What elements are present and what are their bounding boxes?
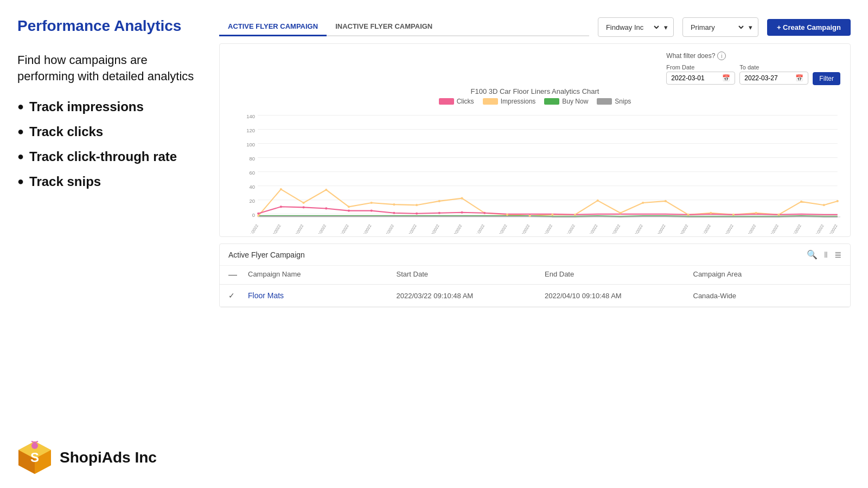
svg-point-33	[438, 200, 441, 202]
svg-text:03/07/2022: 03/07/2022	[381, 223, 395, 234]
svg-text:03/15/2022: 03/15/2022	[562, 223, 576, 234]
logo-icon: S	[17, 440, 52, 475]
svg-point-50	[823, 204, 825, 206]
legend-label-buynow: Buy Now	[562, 98, 588, 105]
type-select-wrapper[interactable]: Primary Secondary ▾	[682, 17, 758, 37]
col-header-end-date[interactable]: End Date	[545, 270, 693, 280]
svg-point-42	[642, 202, 644, 204]
svg-text:140: 140	[246, 114, 255, 119]
calendar-icon-from[interactable]: 📅	[722, 74, 730, 82]
legend-snips: Snips	[597, 98, 631, 105]
intro-text: Find how campaigns are performing with d…	[17, 52, 202, 84]
feature-list: Track impressions Track clicks Track cli…	[17, 99, 202, 189]
chart-title: F100 3D Car Floor Liners Analytics Chart	[229, 87, 840, 95]
svg-point-29	[348, 206, 350, 208]
col-header-campaign-area[interactable]: Campaign Area	[693, 270, 842, 280]
from-date-label: From Date	[666, 64, 735, 70]
svg-text:100: 100	[246, 142, 255, 147]
svg-point-32	[416, 204, 418, 206]
svg-point-45	[710, 212, 712, 214]
from-date-input[interactable]: 📅	[666, 72, 735, 85]
svg-point-44	[687, 214, 689, 216]
create-campaign-button[interactable]: + Create Campaign	[767, 19, 851, 36]
svg-text:03/24/2022: 03/24/2022	[765, 223, 780, 234]
svg-point-43	[665, 200, 667, 202]
columns-icon[interactable]: ⦀	[824, 250, 828, 260]
impressions-line	[258, 189, 838, 216]
svg-point-37	[529, 215, 531, 217]
table-column-headers: — Campaign Name Start Date End Date Camp…	[220, 266, 850, 285]
type-select[interactable]: Primary Secondary	[688, 23, 745, 32]
svg-point-54	[302, 206, 304, 208]
company-select[interactable]: Findway Inc	[604, 23, 661, 32]
svg-text:03/09/2022: 03/09/2022	[426, 223, 441, 234]
row-campaign-name[interactable]: Floor Mats	[248, 291, 397, 300]
page-title: Performance Analytics	[17, 17, 202, 35]
svg-point-59	[416, 213, 418, 215]
svg-point-26	[280, 188, 282, 190]
legend-impressions: Impressions	[483, 98, 536, 105]
svg-text:03/02/2022: 03/02/2022	[268, 223, 282, 234]
svg-text:03/19/2022: 03/19/2022	[653, 223, 667, 234]
chart-container: What filter does? i From Date 📅 To	[219, 43, 851, 237]
svg-text:40: 40	[249, 184, 254, 190]
row-campaign-area: Canada-Wide	[693, 292, 842, 300]
svg-point-48	[777, 214, 780, 216]
table-row: ✓ Floor Mats 2022/03/22 09:10:48 AM 2022…	[220, 285, 850, 307]
svg-point-51	[837, 200, 839, 202]
analytics-chart: 0 20 40 60 80 100 120 140 160	[229, 110, 840, 234]
svg-point-55	[325, 207, 327, 209]
search-icon[interactable]: 🔍	[807, 249, 818, 260]
svg-text:03/10/2022: 03/10/2022	[449, 223, 463, 234]
row-start-date: 2022/03/22 09:10:48 AM	[397, 292, 545, 300]
col-header-campaign-name[interactable]: Campaign Name	[248, 270, 397, 280]
legend-buynow: Buy Now	[544, 98, 588, 105]
to-date-label: To date	[739, 64, 808, 70]
svg-text:03/05/2022: 03/05/2022	[336, 223, 350, 234]
date-filter-row: From Date 📅 To date 📅	[666, 63, 840, 85]
svg-text:0: 0	[252, 213, 255, 218]
to-date-field[interactable]	[744, 74, 793, 82]
tab-inactive-flyer[interactable]: INACTIVE FLYER CAMPAIGN	[327, 18, 441, 36]
svg-text:20: 20	[249, 198, 254, 204]
col-header-start-date[interactable]: Start Date	[397, 270, 545, 280]
feature-item-snips: Track snips	[17, 174, 202, 189]
table-header-bar: Active Flyer Campaign 🔍 ⦀ ≣	[220, 244, 850, 266]
svg-point-25	[257, 215, 259, 217]
logo-area: S ShopiAds Inc	[17, 440, 202, 475]
legend-label-impressions: Impressions	[501, 98, 536, 105]
filter-button[interactable]: Filter	[813, 72, 840, 85]
from-date-field[interactable]	[671, 74, 720, 82]
svg-point-53	[280, 206, 282, 208]
svg-text:80: 80	[249, 156, 254, 162]
feature-item-clicks: Track clicks	[17, 124, 202, 139]
svg-text:03/01/2022: 03/01/2022	[245, 223, 259, 234]
svg-point-5	[31, 442, 38, 449]
svg-text:03/04/2022: 03/04/2022	[313, 223, 327, 234]
legend-color-clicks	[439, 98, 454, 105]
calendar-icon-to[interactable]: 📅	[795, 74, 803, 82]
filter-icon[interactable]: ≣	[834, 249, 841, 260]
svg-text:03/14/2022: 03/14/2022	[539, 223, 553, 234]
tab-active-flyer[interactable]: ACTIVE FLYER CAMPAIGN	[219, 18, 327, 36]
svg-point-52	[257, 213, 259, 215]
svg-text:03/23/2022: 03/23/2022	[743, 223, 757, 234]
row-end-date: 2022/04/10 09:10:48 AM	[545, 292, 693, 300]
row-expand-icon[interactable]: ✓	[228, 291, 248, 300]
svg-text:S: S	[30, 450, 39, 465]
right-panel: ACTIVE FLYER CAMPAIGN INACTIVE FLYER CAM…	[219, 13, 851, 475]
svg-point-60	[438, 212, 441, 214]
svg-text:03/25/2022: 03/25/2022	[788, 223, 802, 234]
info-icon[interactable]: i	[717, 52, 726, 60]
svg-point-49	[800, 201, 802, 203]
to-date-input[interactable]: 📅	[739, 72, 808, 85]
legend-color-snips	[597, 98, 612, 105]
svg-text:03/13/2022: 03/13/2022	[516, 223, 531, 234]
svg-point-58	[393, 212, 395, 214]
svg-text:03/17/2022: 03/17/2022	[607, 223, 621, 234]
svg-text:03/16/2022: 03/16/2022	[584, 223, 598, 234]
svg-point-62	[483, 212, 486, 214]
company-select-wrapper[interactable]: Findway Inc ▾	[598, 17, 674, 37]
svg-text:03/18/2022: 03/18/2022	[630, 223, 644, 234]
svg-text:03/12/2022: 03/12/2022	[494, 223, 508, 234]
